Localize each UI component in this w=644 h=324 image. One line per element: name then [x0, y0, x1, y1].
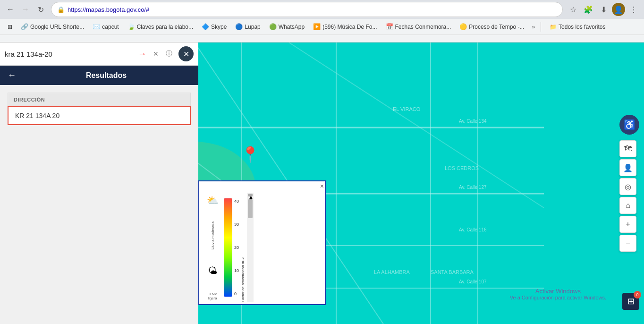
bookmark-label-6: WhatsApp	[279, 24, 305, 30]
folder-icon: 📁	[550, 24, 557, 30]
bookmark-apps[interactable]: ⊞	[4, 22, 16, 32]
results-header: ← Resultados	[0, 66, 198, 85]
bookmark-youtube[interactable]: ▶️ (596) Música De Fo...	[309, 22, 381, 32]
bookmark-icon-9: 🟡	[459, 23, 467, 30]
more-bookmarks-button[interactable]: »	[529, 22, 538, 32]
back-results-button[interactable]: ←	[8, 70, 16, 80]
bookmark-icon-7: ▶️	[313, 23, 321, 30]
browser-titlebar: ← → ↻ 🔒 https://mapas.bogota.gov.co/# ☆ …	[0, 0, 644, 19]
color-scale-bar	[224, 198, 232, 297]
search-bar: → ✕ ⓘ ✕	[0, 43, 198, 66]
weather-close-button[interactable]: ×	[320, 182, 324, 190]
clear-button[interactable]: ✕	[150, 48, 161, 60]
reload-button[interactable]: ↻	[34, 3, 47, 16]
map-location-pin: 📍	[241, 145, 260, 163]
weather-popup: × ⛅ Lluvia moderada 🌤 Lluvia ligera 40 3…	[198, 180, 326, 305]
bookmark-icon-3: 🍃	[127, 23, 135, 30]
apps-icon: ⊞	[8, 24, 12, 30]
svg-text:SANTA BARBARA: SANTA BARBARA	[431, 269, 474, 275]
layers-map-button[interactable]: 🗺	[619, 140, 636, 157]
lock-icon: 🔒	[57, 6, 65, 13]
results-content: DIRECCIÓN KR 21 134A 20	[0, 85, 198, 133]
bookmark-icon-5: 🔵	[235, 23, 243, 30]
section-label-direccion: DIRECCIÓN	[8, 93, 191, 106]
map-controls: ♿ 🗺 👤 ◎ ⌂ + −	[619, 115, 639, 252]
svg-text:LA ALHAMBRA: LA ALHAMBRA	[374, 269, 410, 275]
svg-text:Av. Calle 107: Av. Calle 107	[459, 279, 487, 284]
weather-scrollbar[interactable]: ▲	[247, 193, 254, 302]
bookmarks-bar: ⊞ 🔗 Google URL Shorte... ✉️ capcut 🍃 Cla…	[0, 19, 644, 35]
close-panel-button[interactable]: ✕	[178, 46, 194, 61]
weather-text-lluvia-ligera: Lluvia ligera	[203, 292, 222, 300]
nav-buttons: ← → ↻	[4, 3, 47, 16]
bookmark-icon-6: 🟢	[269, 23, 277, 30]
bookmark-label-2: capcut	[102, 24, 119, 30]
weather-right-label: Factor de reflectividad dBZ	[241, 193, 245, 302]
bookmark-whatsapp[interactable]: 🟢 WhatsApp	[265, 22, 308, 32]
weather-icon-bottom: 🌤	[208, 265, 217, 276]
bookmark-label-1: Google URL Shorte...	[30, 24, 84, 30]
svg-text:Av. Calle 134: Av. Calle 134	[459, 119, 487, 124]
bookmarks-divider	[541, 22, 541, 32]
weather-text-lluvia-moderada: Lluvia moderada	[211, 222, 215, 249]
address-bar[interactable]: 🔒 https://mapas.bogota.gov.co/#	[51, 2, 563, 17]
bookmark-icon-8: 📅	[386, 23, 393, 30]
url-text: https://mapas.bogota.gov.co/#	[68, 6, 557, 13]
downloads-button[interactable]: ⬇	[597, 3, 610, 16]
extensions-button[interactable]: 🧩	[582, 3, 595, 16]
weather-popup-header: ×	[199, 181, 325, 191]
bookmark-icon-4: 🔷	[202, 23, 209, 30]
bookmark-google-url[interactable]: 🔗 Google URL Shorte...	[17, 22, 88, 32]
watermark: Activar Windows Ve a Configuración para …	[510, 288, 606, 300]
menu-button[interactable]: ⋮	[627, 3, 640, 16]
bookmark-label-7: (596) Música De Fo...	[322, 24, 377, 30]
bookmark-star-button[interactable]: ☆	[567, 3, 580, 16]
bookmark-skype[interactable]: 🔷 Skype	[198, 22, 230, 32]
bookmark-label-3: Claves para la elabo...	[137, 24, 193, 30]
back-button[interactable]: ←	[4, 3, 17, 16]
search-input[interactable]	[5, 50, 132, 58]
scroll-up-arrow[interactable]: ▲	[248, 194, 253, 196]
bookmark-fechas[interactable]: 📅 Fechas Conmemora...	[382, 22, 455, 32]
bookmark-lupap[interactable]: 🔵 Lupap	[231, 22, 264, 32]
person-button[interactable]: 👤	[619, 159, 636, 176]
bookmark-proceso[interactable]: 🟡 Proceso de Tempo -...	[456, 22, 528, 32]
locate-button[interactable]: ◎	[619, 178, 636, 195]
weather-icon-top: ⛅	[207, 195, 219, 206]
zoom-out-button[interactable]: −	[619, 235, 636, 252]
bookmark-claves[interactable]: 🍃 Claves para la elabo...	[124, 22, 197, 32]
browser-actions: ☆ 🧩 ⬇ 👤 ⋮	[567, 3, 640, 16]
forward-button[interactable]: →	[19, 3, 32, 16]
bookmark-capcut[interactable]: ✉️ capcut	[89, 22, 122, 32]
search-clear-buttons: ✕ ⓘ	[150, 48, 175, 60]
red-arrow-icon: →	[138, 49, 146, 59]
svg-text:LOS CEDROS: LOS CEDROS	[445, 165, 479, 171]
bookmark-label-8: Fechas Conmemora...	[395, 24, 451, 30]
bookmark-label-4: Skype	[211, 24, 227, 30]
zoom-in-button[interactable]: +	[619, 216, 636, 233]
all-favorites-button[interactable]: 📁 Todos los favoritos	[546, 22, 609, 32]
home-button[interactable]: ⌂	[619, 197, 636, 214]
bookmark-label-5: Lupap	[245, 24, 260, 30]
results-title: Resultados	[22, 71, 191, 80]
svg-text:EL VIRACO: EL VIRACO	[393, 106, 421, 112]
main-content: Av. Calle 134 Av. Calle 127 Av. Calle 11…	[0, 43, 644, 324]
info-button[interactable]: ⓘ	[163, 48, 175, 60]
bookmark-icon-2: ✉️	[93, 23, 100, 30]
bookmark-icon-1: 🔗	[21, 23, 28, 30]
svg-text:Av. Calle 116: Av. Calle 116	[459, 227, 487, 232]
svg-text:Av. Calle 127: Av. Calle 127	[459, 185, 487, 190]
layers-badge: 0	[634, 291, 641, 298]
browser-chrome: ← → ↻ 🔒 https://mapas.bogota.gov.co/# ☆ …	[0, 0, 644, 43]
profile-avatar[interactable]: 👤	[612, 3, 625, 16]
accessibility-button[interactable]: ♿	[619, 115, 639, 135]
bookmark-label-9: Proceso de Tempo -...	[469, 24, 524, 30]
address-result-item[interactable]: KR 21 134A 20	[8, 106, 191, 125]
scroll-thumb[interactable]	[248, 199, 253, 218]
scale-labels: 40 30 20 10 0	[234, 198, 239, 297]
side-panel: → ✕ ⓘ ✕ ← Resultados DIRECCIÓN KR 21 134…	[0, 43, 198, 324]
